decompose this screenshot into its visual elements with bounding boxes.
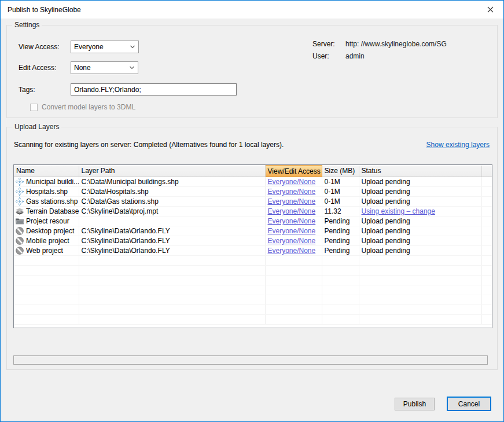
show-existing-layers-link[interactable]: Show existing layers [426, 141, 490, 149]
access-link[interactable]: Everyone/None [268, 178, 316, 186]
publish-dialog: { "window": { "title": "Publish to Skyli… [0, 0, 504, 422]
access-link[interactable]: Everyone/None [268, 217, 316, 225]
layers-table: Name Layer Path View/Edit Access Size (M… [13, 164, 492, 328]
column-header-layer-path[interactable]: Layer Path [79, 166, 265, 177]
edit-access-value: None [74, 64, 91, 72]
convert-3dml-label: Convert model layers to 3DML [42, 103, 135, 111]
view-access-value: Everyone [74, 43, 104, 51]
layer-size: 0-1M [322, 197, 359, 207]
tags-label: Tags: [19, 86, 35, 94]
column-header-view-edit-access[interactable]: View/Edit Access [265, 166, 322, 177]
layer-name: Mobile project [26, 237, 69, 245]
cancel-button-label: Cancel [458, 400, 480, 408]
access-link[interactable]: Everyone/None [268, 188, 316, 196]
access-link[interactable]: Everyone/None [268, 197, 316, 206]
using-existing-change-link[interactable]: Using existing – change [362, 207, 435, 215]
tags-value: Orlando.FLY;Orlando; [74, 86, 141, 94]
table-row[interactable]: Mobile project C:\Skyline\Data\Orlando.F… [14, 236, 492, 246]
empty-row [14, 276, 492, 285]
chevron-down-icon [130, 45, 135, 49]
terrain-layers-icon [15, 207, 24, 216]
layer-status: Upload pending [359, 216, 481, 226]
column-header-name[interactable]: Name [14, 166, 79, 177]
empty-row [14, 295, 492, 305]
empty-row [14, 315, 492, 325]
column-header-spacer [481, 166, 492, 177]
table-row[interactable]: Web project C:\Skyline\Data\Orlando.FLY … [14, 246, 492, 256]
empty-row [14, 256, 492, 266]
convert-3dml-checkbox[interactable]: Convert model layers to 3DML [30, 103, 135, 111]
edit-access-dropdown[interactable]: None [71, 61, 138, 74]
server-label: Server: [312, 40, 345, 48]
server-value: http: //www.skylineglobe.com/SG [345, 40, 447, 48]
empty-row [14, 285, 492, 295]
layer-name: Hospitals.shp [26, 188, 68, 196]
edit-access-label: Edit Access: [19, 64, 56, 72]
layer-status: Upload pending [359, 187, 481, 197]
settings-group: Settings View Access: Everyone Edit Acce… [6, 25, 498, 118]
user-label: User: [312, 52, 345, 60]
table-row[interactable]: Gas stations.shp C:\Data\Gas stations.sh… [14, 197, 492, 207]
layer-path: C:\Data\Gas stations.shp [79, 197, 265, 207]
table-row[interactable]: Desktop project C:\Skyline\Data\Orlando.… [14, 226, 492, 236]
table-row[interactable]: Terrain Database C:\Skyline\Data\tproj.m… [14, 207, 492, 216]
table-row[interactable]: Municipal buildi... C:\Data\Municipal bu… [14, 177, 492, 187]
layer-size: Pending [322, 236, 359, 246]
project-sphere-icon [15, 246, 24, 255]
layer-path: C:\Skyline\Data\Orlando.FLY [79, 246, 265, 256]
layer-status: Upload pending [359, 226, 481, 236]
layer-path: C:\Data\Hospitals.shp [79, 187, 265, 197]
close-icon[interactable] [477, 1, 503, 19]
layer-name: Gas stations.shp [26, 197, 78, 206]
checkbox-box[interactable] [30, 104, 38, 111]
layer-name: Web project [26, 247, 63, 255]
server-info: Server: http: //www.skylineglobe.com/SG … [312, 40, 447, 64]
column-header-status[interactable]: Status [359, 166, 481, 177]
layer-size: 0-1M [322, 187, 359, 197]
table-row[interactable]: Project resour Everyone/None Pending Upl… [14, 216, 492, 226]
table-header-row: Name Layer Path View/Edit Access Size (M… [14, 166, 492, 177]
view-access-dropdown[interactable]: Everyone [71, 41, 139, 53]
project-sphere-icon [15, 236, 24, 245]
layer-name: Desktop project [26, 227, 74, 235]
feature-layer-icon [15, 197, 24, 206]
tags-input[interactable]: Orlando.FLY;Orlando; [71, 83, 237, 96]
access-link[interactable]: Everyone/None [268, 207, 316, 215]
layer-size: Pending [322, 216, 359, 226]
layer-size: Pending [322, 246, 359, 256]
cancel-button[interactable]: Cancel [447, 397, 491, 411]
publish-button[interactable]: Publish [395, 398, 435, 410]
chevron-down-icon [130, 65, 134, 70]
access-link[interactable]: Everyone/None [268, 237, 316, 245]
layer-status: Upload pending [359, 246, 481, 256]
table-row[interactable]: Hospitals.shp C:\Data\Hospitals.shp Ever… [14, 187, 492, 197]
user-value: admin [345, 52, 365, 60]
layer-status: Upload pending [359, 197, 481, 207]
feature-layer-icon [15, 187, 24, 196]
empty-row [14, 305, 492, 315]
window-title: Publish to SkylineGlobe [8, 6, 81, 14]
upload-layers-group: Upload Layers Scanning for existing laye… [6, 127, 498, 370]
layer-name: Terrain Database [26, 207, 79, 215]
layer-path: C:\Data\Municipal buildings.shp [79, 177, 265, 187]
layer-path: C:\Skyline\Data\tproj.mpt [79, 207, 265, 216]
publish-button-label: Publish [403, 400, 426, 408]
layer-size: 0-1M [322, 177, 359, 187]
folder-icon [15, 216, 24, 226]
access-link[interactable]: Everyone/None [268, 247, 316, 255]
title-bar: Publish to SkylineGlobe [1, 1, 503, 19]
project-sphere-icon [15, 226, 24, 236]
column-header-size[interactable]: Size (MB) [322, 166, 359, 177]
layer-status: Upload pending [359, 236, 481, 246]
layer-path [79, 216, 265, 226]
upload-layers-group-label: Upload Layers [12, 123, 61, 131]
empty-row [14, 266, 492, 276]
settings-group-label: Settings [12, 21, 42, 29]
access-link[interactable]: Everyone/None [268, 227, 316, 235]
layer-name: Municipal buildi... [26, 178, 79, 186]
feature-layer-icon [15, 177, 24, 186]
scan-status-text: Scanning for existing layers on server: … [14, 141, 284, 149]
layer-path: C:\Skyline\Data\Orlando.FLY [79, 236, 265, 246]
view-access-label: View Access: [19, 43, 59, 51]
layer-size: Pending [322, 226, 359, 236]
